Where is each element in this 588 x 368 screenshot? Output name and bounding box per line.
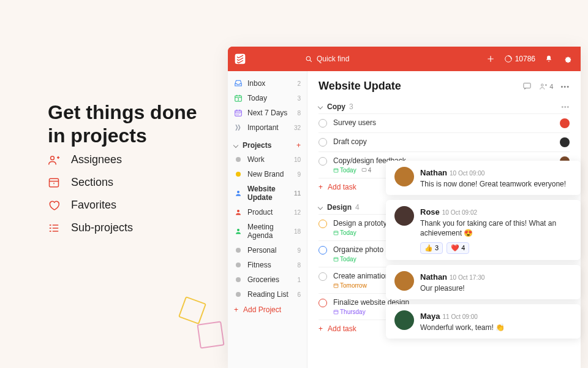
section-header[interactable]: Copy 3••• bbox=[318, 100, 570, 113]
task-title: Draft copy bbox=[333, 137, 554, 146]
projects-label: Projects bbox=[243, 141, 271, 150]
nav-label: Today bbox=[247, 94, 267, 102]
feature-label: Assignees bbox=[71, 153, 122, 166]
project-label: Fitness bbox=[247, 261, 271, 269]
svg-point-13 bbox=[237, 229, 239, 231]
add-button[interactable] bbox=[486, 54, 496, 64]
app-logo[interactable] bbox=[228, 47, 252, 71]
project-icon bbox=[234, 155, 243, 164]
karma-score[interactable]: 10786 bbox=[504, 55, 535, 63]
task-comments: 4 bbox=[361, 167, 372, 174]
projects-header[interactable]: Projects+ bbox=[228, 137, 307, 152]
task-checkbox[interactable] bbox=[318, 246, 327, 255]
karma-icon bbox=[504, 55, 513, 63]
comment-avatar[interactable] bbox=[394, 167, 414, 186]
decorative-square bbox=[197, 321, 224, 348]
svg-rect-19 bbox=[334, 258, 338, 261]
nav-next7[interactable]: Next 7 Days8 bbox=[228, 105, 307, 120]
project-label: Reading List bbox=[247, 290, 288, 299]
comment-author: Rose bbox=[420, 207, 440, 217]
task-checkbox[interactable] bbox=[318, 138, 327, 147]
project-label: Work bbox=[247, 155, 265, 164]
share-button[interactable]: 4 bbox=[539, 82, 553, 91]
comment-avatar[interactable] bbox=[394, 206, 414, 226]
plus-icon: + bbox=[318, 183, 323, 191]
nav-inbox[interactable]: Inbox2 bbox=[228, 76, 307, 91]
project-label: Personal bbox=[247, 246, 276, 255]
task-title: Survey users bbox=[333, 118, 554, 127]
task-checkbox[interactable] bbox=[318, 299, 327, 307]
important-icon bbox=[234, 123, 243, 132]
task-checkbox[interactable] bbox=[318, 272, 327, 281]
project-item[interactable]: Website Update11 bbox=[228, 182, 307, 205]
task-checkbox[interactable] bbox=[318, 157, 327, 166]
task-row[interactable]: Draft copy bbox=[318, 132, 570, 151]
project-icon bbox=[234, 275, 243, 284]
more-icon[interactable]: ••• bbox=[561, 104, 570, 110]
notifications-button[interactable] bbox=[544, 54, 554, 64]
assignee-avatar[interactable] bbox=[560, 137, 570, 147]
project-item[interactable]: Product12 bbox=[228, 205, 307, 220]
reaction-button[interactable]: 👍3 bbox=[420, 242, 443, 254]
svg-text:3: 3 bbox=[238, 98, 239, 101]
task-checkbox[interactable] bbox=[318, 119, 327, 128]
task-date: Thursday bbox=[333, 309, 366, 315]
nav-count: 32 bbox=[294, 125, 301, 131]
reaction-button[interactable]: ❤️4 bbox=[447, 242, 469, 254]
project-icon bbox=[234, 170, 243, 178]
share-count: 4 bbox=[549, 83, 553, 90]
section-count: 4 bbox=[355, 203, 360, 212]
add-project-button[interactable]: +Add Project bbox=[228, 302, 307, 318]
plus-icon: + bbox=[318, 324, 323, 333]
comments-icon[interactable] bbox=[522, 82, 532, 91]
project-count: 1 bbox=[297, 277, 301, 283]
project-count: 8 bbox=[297, 262, 301, 269]
feature-subprojects: Sub-projects bbox=[48, 221, 133, 234]
project-item[interactable]: Meeting Agenda18 bbox=[228, 220, 307, 243]
nav-today[interactable]: 3Today3 bbox=[228, 91, 307, 105]
comment-time: 10 Oct 09:02 bbox=[442, 209, 477, 216]
task-checkbox[interactable] bbox=[318, 220, 327, 228]
svg-rect-20 bbox=[334, 284, 338, 288]
add-project-label: Add Project bbox=[243, 305, 281, 314]
svg-point-0 bbox=[51, 156, 55, 159]
person-icon bbox=[539, 82, 548, 91]
svg-rect-17 bbox=[362, 169, 366, 172]
svg-point-6 bbox=[306, 56, 311, 61]
feature-label: Sub-projects bbox=[71, 221, 133, 234]
nav-important[interactable]: Important32 bbox=[228, 120, 307, 135]
project-item[interactable]: Personal9 bbox=[228, 243, 307, 258]
comment-time: 10 Oct 17:30 bbox=[450, 274, 484, 281]
feature-label: Sections bbox=[71, 176, 113, 189]
search-placeholder: Quick find bbox=[317, 55, 349, 63]
topbar: Quick find 10786 bbox=[228, 47, 581, 71]
comment-message: Wonderful work, team! 👏 bbox=[420, 323, 572, 332]
add-task-label: Add task bbox=[328, 324, 356, 333]
feature-favorites: Favorites bbox=[48, 199, 133, 212]
project-item[interactable]: Work10 bbox=[228, 152, 307, 167]
add-task-label: Add task bbox=[328, 183, 356, 191]
comment-card: Nathan10 Oct 09:00This is now done! Grea… bbox=[386, 161, 581, 195]
comment-avatar[interactable] bbox=[394, 310, 414, 330]
assignee-avatar[interactable] bbox=[560, 118, 570, 128]
favorites-icon bbox=[48, 199, 60, 212]
task-row[interactable]: Survey users bbox=[318, 113, 570, 132]
svg-point-11 bbox=[237, 191, 239, 193]
svg-rect-10 bbox=[235, 110, 242, 116]
add-project-icon[interactable]: + bbox=[296, 141, 301, 150]
project-item[interactable]: Groceries1 bbox=[228, 272, 307, 287]
project-item[interactable]: Fitness8 bbox=[228, 258, 307, 272]
project-item[interactable]: Reading List6 bbox=[228, 287, 307, 302]
feature-list: AssigneesSectionsFavoritesSub-projects bbox=[48, 153, 133, 244]
search-input[interactable]: Quick find bbox=[305, 55, 349, 63]
comment-avatar[interactable] bbox=[394, 271, 414, 291]
next7-icon bbox=[234, 109, 243, 117]
inbox-icon bbox=[234, 79, 243, 88]
settings-button[interactable] bbox=[562, 54, 572, 64]
more-icon[interactable]: ••• bbox=[560, 83, 570, 90]
svg-point-12 bbox=[237, 210, 239, 212]
comment-card: Nathan10 Oct 17:30Our pleasure! bbox=[386, 265, 581, 299]
comment-card: Maya11 Oct 09:00Wonderful work, team! 👏 bbox=[386, 304, 581, 339]
project-item[interactable]: New Brand9 bbox=[228, 167, 307, 182]
project-icon bbox=[234, 208, 243, 217]
